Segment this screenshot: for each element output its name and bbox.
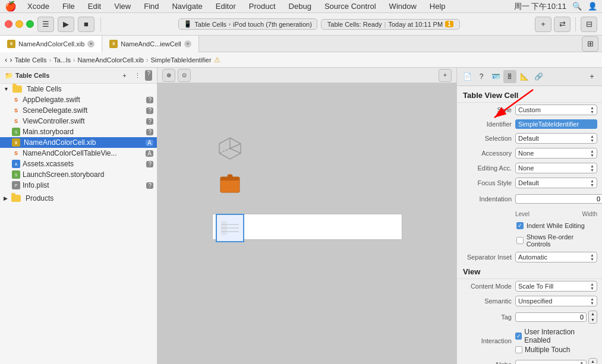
tag-label: Tag [462,314,515,321]
identifier-input-wrapper[interactable] [515,119,597,129]
tag-stepper-arrows[interactable]: ▲ ▼ [588,311,597,324]
scheme-label: Table Cells [194,21,226,28]
warning-badge[interactable]: 1 [445,21,453,27]
rp-tab-connections[interactable]: 🔗 [532,70,545,83]
sidebar-toggle-button[interactable]: ☰ [37,17,54,32]
menu-xcode[interactable]: Xcode [25,1,52,11]
sidebar-item-nameandcolorcell-xib[interactable]: X NameAndColorCell.xib A [0,137,157,148]
tab-close-button[interactable]: × [87,40,94,48]
apple-menu[interactable]: 🍎 [5,1,17,12]
semantic-select[interactable]: Unspecified ▲▼ [515,296,597,306]
sidebar-item-nameandcolorcelltableview[interactable]: S NameAndColorCellTableVie... A [0,148,157,159]
editing-acc-select[interactable]: None ▲▼ [515,163,597,173]
tab-close-button-2[interactable]: × [184,40,191,48]
sidebar-add-button[interactable]: + [119,70,130,81]
tag-up[interactable]: ▲ [589,311,597,317]
rp-tab-identity[interactable]: 🪪 [489,70,502,83]
selection-select[interactable]: Default ▲▼ [515,133,597,144]
maximize-button[interactable] [26,20,34,28]
canvas-adjust-button[interactable]: ⊕ [162,69,175,82]
search-icon[interactable]: 🔍 [572,2,582,11]
menu-file[interactable]: File [60,1,77,11]
back-forward-button[interactable]: ⇄ [554,17,571,32]
menu-window[interactable]: Window [387,1,419,11]
menu-find[interactable]: Find [141,1,161,11]
alpha-input[interactable] [515,360,587,364]
canvas-box-icon[interactable] [219,172,241,195]
style-select[interactable]: Custom ▲▼ [515,105,597,115]
alpha-up[interactable]: ▲ [589,359,597,364]
user-interaction-checkbox[interactable]: ✓ [515,333,522,340]
indent-while-editing-checkbox[interactable]: ✓ [516,222,524,229]
stop-button[interactable]: ■ [78,17,94,32]
indentation-controls: ▲ ▼ ▲ ▼ [515,192,602,205]
level-label: Level [515,211,529,217]
breadcrumb-nav-left[interactable]: ‹ [5,55,7,64]
rp-tab-size[interactable]: 📐 [518,70,531,83]
alpha-stepper-arrows[interactable]: ▲ ▼ [588,358,597,364]
tab-nameandcolorviewcell[interactable]: X NameAndC...iewCell × [102,36,198,52]
sidebar-item-infoplist[interactable]: P Info.plist ? [0,180,157,191]
menu-help[interactable]: Help [427,1,448,11]
scheme-selector[interactable]: 📱 Table Cells › iPod touch (7th generati… [178,18,317,30]
breadcrumb-nav-right[interactable]: › [10,55,12,64]
sidebar-item-launchscreen[interactable]: S LaunchScreen.storyboard [0,169,157,180]
breadcrumb-item-3[interactable]: NameAndColorCell.xib [78,56,144,64]
tag-input-wrapper[interactable]: ▲ ▼ [515,311,597,324]
swift-icon-appdelegate: S [12,96,20,104]
canvas-cell-icon[interactable] [216,214,244,242]
sidebar-item-appdelegate[interactable]: S AppDelegate.swift ? [0,94,157,105]
multiple-touch-checkbox[interactable] [515,346,522,353]
menu-navigate[interactable]: Navigate [169,1,204,11]
breadcrumb-item-2[interactable]: Ta...ls [53,56,71,64]
shows-reorder-checkbox[interactable] [516,237,524,244]
separator-inset-select[interactable]: Automatic ▲▼ [515,252,597,262]
menu-product[interactable]: Product [247,1,278,11]
rp-tab-quick-help[interactable]: ? [475,70,488,83]
user-icon[interactable]: 👤 [588,2,597,11]
accessory-value: None [518,150,534,157]
run-button[interactable]: ▶ [58,17,74,32]
inspector-toggle-button[interactable]: ⊟ [581,17,597,32]
menu-edit[interactable]: Edit [86,1,103,11]
prop-row-content-mode: Content Mode Scale To Fill ▲▼ [457,279,602,294]
canvas-library-button[interactable]: + [439,69,452,82]
sidebar-item-products-group[interactable]: ▶ Products [0,193,157,204]
rp-tab-file[interactable]: 📄 [461,70,474,83]
accessory-select[interactable]: None ▲▼ [515,148,597,159]
breadcrumb-item-1[interactable]: Table Cells [15,56,47,64]
rp-tab-attributes[interactable]: 🎚 [503,70,516,83]
minimize-button[interactable] [15,20,23,28]
sidebar-item-assets[interactable]: A Assets.xcassets ? [0,159,157,169]
canvas-zoom-button[interactable]: ⊙ [178,69,191,82]
tag-down[interactable]: ▼ [589,317,597,323]
sidebar-item-tablecells-group[interactable]: ▼ Table Cells [0,84,157,94]
rp-add-button[interactable]: + [585,70,598,83]
menu-editor[interactable]: Editor [213,1,238,11]
close-button[interactable] [5,20,12,28]
level-input[interactable] [515,194,602,204]
content-mode-select[interactable]: Scale To Fill ▲▼ [515,281,597,292]
tab-options-button[interactable]: ⊞ [582,36,598,52]
sidebar-sort-button[interactable]: ⋮ [132,70,143,81]
add-button[interactable]: + [535,17,551,32]
tab-namandcolorcell-xib[interactable]: X NameAndColorCell.xib × [0,36,102,52]
content-mode-arrows: ▲▼ [590,282,594,290]
menu-debug[interactable]: Debug [286,1,314,11]
identifier-input[interactable] [515,119,597,129]
sidebar-item-mainstoryboard[interactable]: S Main.storyboard ? [0,126,157,137]
prop-row-tag: Tag ▲ ▼ [457,309,602,326]
menu-view[interactable]: View [112,1,133,11]
alpha-control[interactable]: ▲ ▼ [515,358,597,364]
breadcrumb-item-4[interactable]: SimpleTableIdentifier [151,56,212,64]
sidebar-item-scenedelegate[interactable]: S SceneDelegate.swift ? [0,105,157,116]
canvas-3d-icon[interactable] [218,137,242,162]
focus-style-select[interactable]: Default ▲▼ [515,178,597,188]
sidebar-label-tablecells: Table Cells [27,85,62,93]
tag-input[interactable] [515,312,587,322]
canvas-main[interactable] [157,83,456,364]
sidebar-item-viewcontroller[interactable]: S ViewController.swift ? [0,116,157,126]
right-panel: 📄 ? 🪪 🎚 📐 🔗 + Table View Cell Style Cust… [456,68,602,364]
menu-source-control[interactable]: Source Control [322,1,379,11]
level-width-labels: Level Width [457,208,602,220]
